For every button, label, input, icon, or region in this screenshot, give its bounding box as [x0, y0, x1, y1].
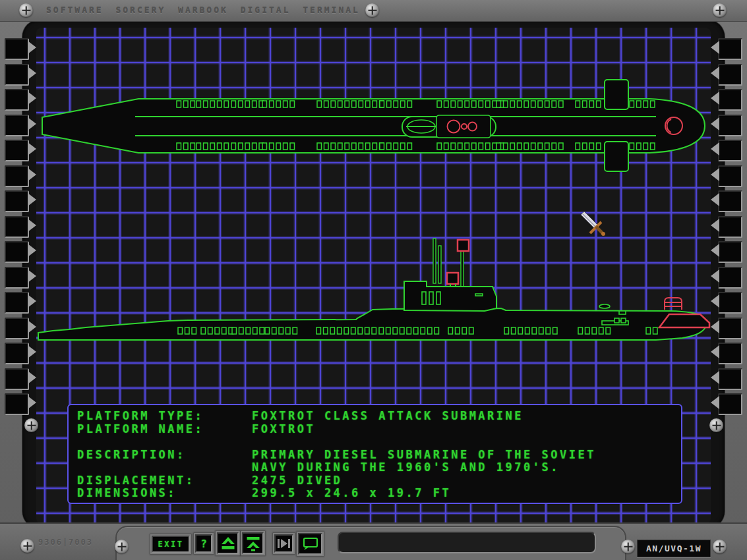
submarine-top-view — [42, 80, 705, 171]
edge-button[interactable] — [718, 368, 742, 390]
info-panel: PLATFORM TYPE: FOXTROT CLASS ATTACK SUBM… — [67, 404, 682, 504]
platform-type-label: PLATFORM TYPE: — [77, 410, 252, 423]
edge-button[interactable] — [5, 393, 29, 415]
edge-arrow-icon — [711, 67, 719, 80]
edge-button[interactable] — [718, 343, 742, 364]
edge-button[interactable] — [718, 115, 742, 136]
warbook-terminal-frame: PLATFORM TYPE: FOXTROT CLASS ATTACK SUBM… — [0, 0, 747, 560]
screw-icon — [365, 3, 379, 17]
edge-arrow-icon — [711, 92, 719, 105]
platform-type-value: FOXTROT CLASS ATTACK SUBMARINE — [252, 410, 523, 423]
edge-arrow-icon — [711, 320, 719, 333]
edge-arrow-icon — [711, 396, 719, 409]
edge-arrow-icon — [711, 193, 719, 206]
edge-button[interactable] — [5, 216, 29, 238]
edge-arrow-icon — [28, 345, 36, 358]
edge-arrow-icon — [711, 41, 719, 54]
displacement-value: 2475 DIVED — [252, 474, 342, 488]
edge-button[interactable] — [5, 140, 29, 161]
edge-arrow-icon — [28, 244, 36, 257]
description-value-line2: NAVY DURING THE 1960'S AND 1970'S. — [252, 461, 560, 474]
help-button[interactable]: ? — [195, 534, 212, 553]
platform-name-row: PLATFORM NAME: FOXTROT — [77, 423, 681, 436]
edge-arrow-icon — [711, 117, 719, 130]
edge-button[interactable] — [718, 393, 742, 415]
edge-button[interactable] — [5, 190, 29, 212]
edge-button[interactable] — [5, 89, 29, 111]
edge-arrow-icon — [28, 67, 36, 80]
displacement-row: DISPLACEMENT: 2475 DIVED — [77, 474, 681, 488]
edge-arrow-icon — [28, 117, 36, 130]
edge-button[interactable] — [718, 165, 742, 187]
edge-button[interactable] — [718, 140, 742, 161]
description-value-line1: PRIMARY DIESEL SUBMARINE OF THE SOVIET — [252, 449, 596, 462]
edge-button[interactable] — [718, 190, 742, 212]
serial-number: 9306|7003 — [38, 538, 93, 547]
edge-button[interactable] — [718, 241, 742, 263]
device-model-label: AN/UVQ-1W — [637, 540, 711, 557]
blueprint-screen: PLATFORM TYPE: FOXTROT CLASS ATTACK SUBM… — [36, 28, 711, 524]
speech-bubble-icon — [302, 536, 319, 553]
edge-arrow-icon — [711, 345, 719, 358]
edge-button[interactable] — [5, 318, 29, 339]
screw-icon — [621, 540, 635, 553]
message-button[interactable] — [298, 533, 322, 555]
screw-icon — [713, 540, 727, 553]
edge-button[interactable] — [718, 318, 742, 339]
screw-icon — [20, 539, 34, 553]
platform-name-label: PLATFORM NAME: — [77, 423, 252, 436]
dimensions-value: 299.5 x 24.6 x 19.7 FT — [252, 487, 451, 500]
edge-button[interactable] — [5, 368, 29, 390]
edge-button[interactable] — [5, 38, 29, 60]
edge-arrow-icon — [28, 41, 36, 54]
edge-button[interactable] — [5, 292, 29, 314]
edge-button[interactable] — [718, 38, 742, 60]
edge-arrow-icon — [711, 244, 719, 257]
bottom-toolbar: 9306|7003 EXIT ? — [0, 522, 747, 560]
skip-next-icon — [276, 536, 292, 551]
page-title: SOFTWARE SORCERY WARBOOK DIGITAL TERMINA… — [46, 5, 360, 15]
exit-button[interactable]: EXIT — [152, 536, 190, 553]
screw-icon — [24, 418, 38, 432]
platform-type-row: PLATFORM TYPE: FOXTROT CLASS ATTACK SUBM… — [77, 410, 681, 423]
nav-up-button[interactable] — [217, 532, 239, 554]
edge-arrow-icon — [711, 269, 719, 283]
edge-button[interactable] — [5, 241, 29, 263]
command-strip — [338, 532, 596, 553]
eject-icon — [220, 536, 236, 551]
edge-arrow-icon — [711, 168, 719, 181]
description-row: DESCRIPTION: PRIMARY DIESEL SUBMARINE OF… — [77, 449, 681, 462]
platform-name-value: FOXTROT — [252, 423, 315, 436]
edge-arrow-icon — [28, 320, 36, 333]
edge-arrow-icon — [28, 269, 36, 283]
edge-button[interactable] — [718, 216, 742, 238]
skip-next-button[interactable] — [274, 534, 293, 553]
edge-button[interactable] — [5, 343, 29, 364]
description-row-2: NAVY DURING THE 1960'S AND 1970'S. — [77, 461, 681, 474]
edge-arrow-icon — [711, 219, 719, 232]
edge-arrow-icon — [28, 219, 36, 232]
submarine-side-view — [38, 238, 709, 340]
edge-button[interactable] — [718, 64, 742, 86]
screw-icon — [713, 3, 727, 17]
edge-arrow-icon — [28, 193, 36, 206]
description-label: DESCRIPTION: — [77, 449, 252, 462]
edge-arrow-icon — [28, 142, 36, 155]
edge-button[interactable] — [5, 64, 29, 86]
edge-button[interactable] — [718, 292, 742, 314]
edge-arrow-icon — [28, 168, 36, 181]
edge-arrow-icon — [28, 371, 36, 384]
dimensions-label: DIMENSIONS: — [77, 487, 252, 500]
sword-cursor — [578, 210, 608, 240]
edge-button[interactable] — [5, 267, 29, 289]
edge-button[interactable] — [5, 165, 29, 187]
edge-arrow-icon — [28, 396, 36, 409]
edge-arrow-icon — [711, 142, 719, 155]
edge-button[interactable] — [5, 115, 29, 136]
chevron-top-icon — [245, 536, 261, 551]
dimensions-row: DIMENSIONS: 299.5 x 24.6 x 19.7 FT — [77, 487, 681, 500]
edge-button[interactable] — [718, 89, 742, 111]
nav-top-button[interactable] — [242, 532, 264, 554]
edge-button[interactable] — [718, 267, 742, 289]
screw-icon — [709, 418, 723, 432]
